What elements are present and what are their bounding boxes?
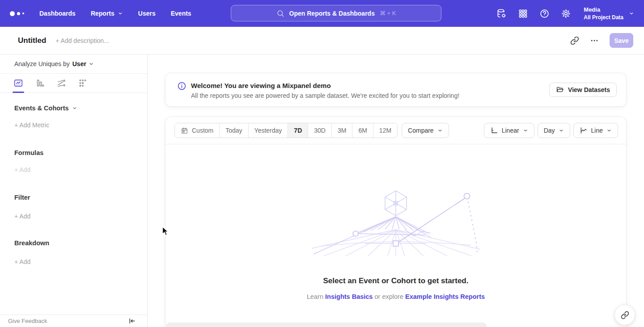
chevron-down-icon xyxy=(72,105,77,111)
chevron-down-icon xyxy=(559,128,564,133)
range-7d[interactable]: 7D xyxy=(288,123,308,138)
view-datasets-button[interactable]: View Datasets xyxy=(549,83,617,97)
date-range-segmented-control: Custom Today Yesterday 7D 30D 3M 6M 12M xyxy=(174,123,398,138)
global-search-input[interactable]: Open Reports & Dashboards ⌘ + K xyxy=(231,5,441,21)
give-feedback-link[interactable]: Give Feedback xyxy=(8,318,47,324)
calendar-icon xyxy=(181,127,188,134)
add-formula-button[interactable]: + Add xyxy=(14,166,30,173)
empty-state-links: Learn Insights Basics or explore Example… xyxy=(307,293,485,300)
tab-insights-line[interactable] xyxy=(13,78,23,88)
nav-item-dashboards[interactable]: Dashboards xyxy=(39,10,76,17)
empty-state-title: Select an Event or Cohort to get started… xyxy=(323,277,469,285)
interval-dropdown[interactable]: Day xyxy=(538,123,570,138)
retention-grid-icon xyxy=(78,78,88,88)
range-3m[interactable]: 3M xyxy=(332,123,352,138)
range-custom[interactable]: Custom xyxy=(175,123,220,138)
axes-icon xyxy=(490,126,498,134)
search-icon xyxy=(276,9,284,17)
banner-subtitle: All the reports you see are powered by a… xyxy=(191,92,459,99)
chevron-down-icon xyxy=(606,128,612,133)
chart-type-dropdown[interactable]: Line xyxy=(573,123,618,138)
empty-state-illustration xyxy=(311,189,481,256)
range-today[interactable]: Today xyxy=(220,123,248,138)
range-yesterday[interactable]: Yesterday xyxy=(249,123,288,138)
more-options-ellipsis-icon[interactable] xyxy=(590,36,599,45)
info-circle-icon xyxy=(177,81,186,91)
tab-retention-grid[interactable] xyxy=(78,78,88,88)
main-content: Welcome! You are viewing a Mixpanel demo… xyxy=(148,54,644,327)
flows-icon xyxy=(56,78,66,88)
help-icon[interactable] xyxy=(539,8,550,19)
add-breakdown-button[interactable]: + Add xyxy=(14,258,30,265)
search-placeholder: Open Reports & Dashboards xyxy=(289,10,375,17)
breakdown-section-header: Breakdown xyxy=(14,239,147,247)
example-insights-reports-link[interactable]: Example Insights Reports xyxy=(405,293,485,300)
range-30d[interactable]: 30D xyxy=(308,123,332,138)
chevron-down-icon xyxy=(118,11,123,16)
chevron-down-icon xyxy=(629,11,634,16)
link-icon xyxy=(621,311,629,319)
add-filter-button[interactable]: + Add xyxy=(14,213,30,220)
data-management-icon[interactable] xyxy=(496,8,507,19)
demo-welcome-banner: Welcome! You are viewing a Mixpanel demo… xyxy=(165,73,626,106)
line-chart-icon xyxy=(580,126,588,134)
project-selector[interactable]: Media All Project Data xyxy=(584,6,634,21)
copy-link-icon[interactable] xyxy=(570,36,579,45)
banner-title: Welcome! You are viewing a Mixpanel demo xyxy=(191,82,459,89)
report-description-placeholder[interactable]: + Add description... xyxy=(55,37,109,44)
scale-dropdown[interactable]: Linear xyxy=(484,123,534,138)
apps-grid-icon[interactable] xyxy=(518,8,528,19)
bar-chart-icon xyxy=(35,78,45,88)
add-metric-button[interactable]: + Add Metric xyxy=(14,122,49,129)
nav-item-reports[interactable]: Reports xyxy=(91,10,123,17)
analyze-by-label: Analyze Uniques by xyxy=(14,60,70,67)
save-button[interactable]: Save xyxy=(610,33,633,48)
tab-flows[interactable] xyxy=(56,78,66,88)
query-builder-sidebar: Analyze Uniques by User xyxy=(0,54,148,327)
analyze-by-row: Analyze Uniques by User xyxy=(0,54,147,74)
compare-dropdown[interactable]: Compare xyxy=(402,123,449,138)
events-cohorts-section-header[interactable]: Events & Cohorts xyxy=(14,105,147,112)
chevron-down-icon xyxy=(89,61,94,67)
range-12m[interactable]: 12M xyxy=(373,123,397,138)
insights-report-card: Custom Today Yesterday 7D 30D 3M 6M 12M … xyxy=(165,117,626,327)
share-link-fab[interactable] xyxy=(614,305,635,325)
folder-icon xyxy=(556,86,564,94)
primary-nav: Dashboards Reports Users Events xyxy=(39,10,191,17)
settings-gear-icon[interactable] xyxy=(561,8,571,19)
visualization-tabs xyxy=(0,74,147,93)
collapsed-breakdown-panel[interactable] xyxy=(166,323,487,327)
analyze-by-selector[interactable]: User xyxy=(72,60,94,67)
range-6m[interactable]: 6M xyxy=(352,123,373,138)
filter-section-header: Filter xyxy=(14,194,147,201)
report-header: Untitled + Add description... Save xyxy=(0,27,644,54)
nav-item-events[interactable]: Events xyxy=(171,10,191,17)
chevron-down-icon xyxy=(523,128,528,133)
insights-basics-link[interactable]: Insights Basics xyxy=(325,293,373,300)
nav-right-group: Media All Project Data xyxy=(496,0,634,27)
top-nav: Dashboards Reports Users Events Open Rep… xyxy=(0,0,644,27)
project-scope: All Project Data xyxy=(584,14,623,21)
formulas-section-header: Formulas xyxy=(14,149,147,156)
report-title[interactable]: Untitled xyxy=(18,36,46,45)
chart-toolbar: Custom Today Yesterday 7D 30D 3M 6M 12M … xyxy=(165,117,626,144)
chevron-down-icon xyxy=(437,128,443,133)
sidebar-footer: Give Feedback xyxy=(0,314,147,327)
collapse-sidebar-icon[interactable] xyxy=(128,317,136,325)
tab-bar-chart[interactable] xyxy=(35,78,45,88)
mixpanel-logo-icon[interactable] xyxy=(10,11,24,16)
nav-item-users[interactable]: Users xyxy=(138,10,156,17)
empty-state: Select an Event or Cohort to get started… xyxy=(165,144,626,300)
project-name: Media xyxy=(584,6,623,14)
search-shortcut: ⌘ + K xyxy=(380,10,396,17)
insights-line-icon xyxy=(13,78,23,88)
